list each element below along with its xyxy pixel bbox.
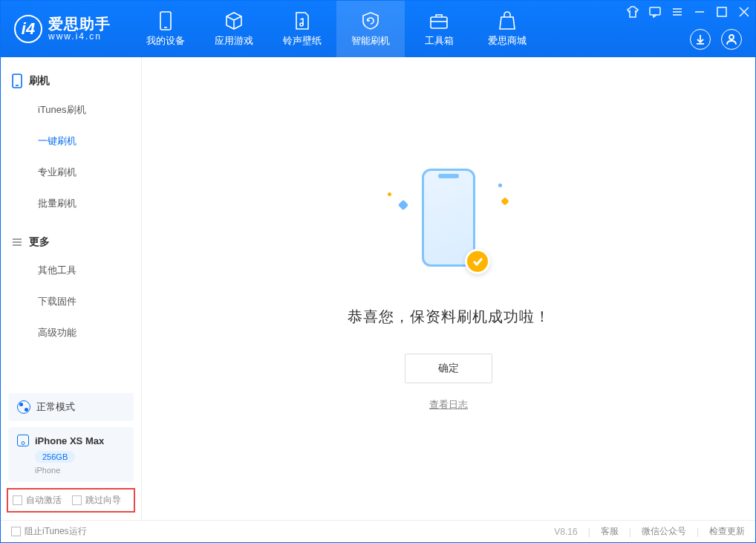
- minimize-button[interactable]: [693, 5, 706, 19]
- device-card[interactable]: iPhone XS Max 256GB iPhone: [8, 427, 134, 482]
- checkbox-skip-guide[interactable]: 跳过向导: [72, 494, 121, 507]
- success-message: 恭喜您，保资料刷机成功啦！: [348, 307, 550, 327]
- music-file-icon: [293, 11, 312, 30]
- svg-rect-5: [650, 7, 660, 15]
- check-badge-icon: [465, 249, 490, 274]
- tab-store[interactable]: 爱思商城: [473, 1, 541, 57]
- checkbox-block-itunes[interactable]: 阻止iTunes运行: [11, 525, 87, 538]
- wechat-link[interactable]: 微信公众号: [642, 525, 686, 538]
- main-tabs: 我的设备 应用游戏 铃声壁纸 智能刷机 工具箱 爱思商城: [131, 1, 541, 57]
- status-bar: 阻止iTunes运行 V8.16 | 客服 | 微信公众号 | 检查更新: [1, 520, 755, 542]
- device-icon: [17, 435, 29, 446]
- shirt-icon[interactable]: [626, 5, 639, 19]
- sidebar-group-flash: 刷机: [1, 68, 141, 94]
- briefcase-icon: [429, 11, 449, 30]
- checkbox-auto-activate[interactable]: 自动激活: [13, 494, 62, 507]
- tab-my-device[interactable]: 我的设备: [131, 1, 200, 57]
- sidebar-item-download-firmware[interactable]: 下载固件: [1, 286, 141, 317]
- app-title: 爱思助手: [48, 16, 111, 32]
- mode-card[interactable]: 正常模式: [8, 393, 134, 421]
- sidebar-item-itunes-flash[interactable]: iTunes刷机: [1, 94, 141, 126]
- phone-outline-icon: [11, 74, 23, 88]
- sidebar-item-other-tools[interactable]: 其他工具: [1, 255, 141, 286]
- cube-icon: [224, 11, 244, 30]
- tab-flash[interactable]: 智能刷机: [336, 1, 405, 57]
- main-content: 恭喜您，保资料刷机成功啦！ 确定 查看日志: [142, 57, 755, 520]
- check-update-link[interactable]: 检查更新: [709, 525, 745, 538]
- close-button[interactable]: [737, 5, 751, 19]
- list-icon: [11, 236, 23, 248]
- download-button[interactable]: [690, 29, 711, 50]
- header-right-icons: [690, 29, 742, 50]
- svg-rect-3: [431, 17, 447, 28]
- sidebar-item-pro-flash[interactable]: 专业刷机: [1, 157, 141, 188]
- sidebar: 刷机 iTunes刷机 一键刷机 专业刷机 批量刷机 更多 其他工具 下载固件 …: [1, 57, 142, 520]
- sidebar-item-oneclick-flash[interactable]: 一键刷机: [1, 126, 141, 157]
- mode-label: 正常模式: [36, 400, 75, 414]
- logo-icon: i4: [14, 15, 42, 43]
- tab-ringtones[interactable]: 铃声壁纸: [268, 1, 336, 57]
- svg-rect-10: [717, 7, 726, 16]
- checkbox-icon: [11, 527, 21, 536]
- ok-button[interactable]: 确定: [405, 354, 492, 383]
- window-controls: [626, 5, 751, 19]
- success-illustration: [374, 166, 523, 284]
- sidebar-group-more: 更多: [1, 230, 141, 255]
- checkbox-icon: [72, 495, 82, 505]
- sidebar-item-advanced[interactable]: 高级功能: [1, 317, 141, 348]
- tab-toolbox[interactable]: 工具箱: [405, 1, 473, 57]
- options-row-highlighted: 自动激活 跳过向导: [7, 488, 135, 513]
- user-button[interactable]: [721, 29, 742, 50]
- sidebar-item-batch-flash[interactable]: 批量刷机: [1, 188, 141, 219]
- refresh-shield-icon: [361, 11, 380, 30]
- svg-point-2: [300, 23, 303, 26]
- app-logo: i4 爱思助手 www.i4.cn: [1, 15, 124, 43]
- device-storage-badge: 256GB: [35, 451, 75, 463]
- phone-icon: [156, 11, 175, 30]
- checkbox-icon: [13, 495, 22, 505]
- version-label: V8.16: [554, 527, 577, 537]
- app-subtitle: www.i4.cn: [48, 32, 111, 42]
- support-link[interactable]: 客服: [601, 525, 619, 538]
- device-type: iPhone: [17, 466, 125, 475]
- tab-apps[interactable]: 应用游戏: [200, 1, 268, 57]
- feedback-icon[interactable]: [648, 5, 662, 19]
- view-log-link[interactable]: 查看日志: [429, 398, 468, 412]
- maximize-button[interactable]: [715, 5, 729, 19]
- app-header: i4 爱思助手 www.i4.cn 我的设备 应用游戏 铃声壁纸 智能刷机 工具…: [1, 1, 755, 57]
- menu-icon[interactable]: [671, 5, 684, 19]
- svg-point-15: [729, 35, 734, 39]
- shopping-bag-icon: [498, 11, 517, 30]
- device-name: iPhone XS Max: [35, 435, 104, 446]
- mode-icon: [17, 400, 30, 414]
